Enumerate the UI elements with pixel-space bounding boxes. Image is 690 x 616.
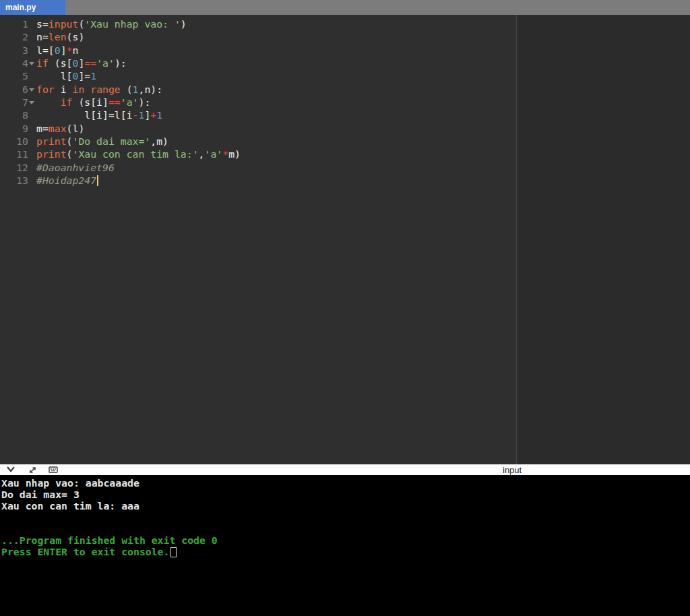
text-cursor: [97, 175, 98, 186]
line-number[interactable]: 4: [0, 57, 36, 69]
code-line[interactable]: 10print('Do dai max=',m): [0, 135, 690, 148]
code-line[interactable]: 11print('Xau con can tim la:','a'*m): [0, 148, 690, 160]
line-number[interactable]: 9: [0, 122, 36, 135]
code-line[interactable]: 1s=input('Xau nhap vao: '): [0, 18, 690, 30]
fold-icon[interactable]: [29, 88, 34, 92]
chevron-down-icon[interactable]: [6, 466, 15, 473]
console-line: Press ENTER to exit console.: [1, 546, 690, 557]
code-editor[interactable]: 1s=input('Xau nhap vao: ')2n=len(s)3l=[0…: [0, 15, 690, 464]
code-line[interactable]: 3l=[0]*n: [0, 44, 690, 57]
code-text: l[i]=l[i-1]+1: [36, 109, 162, 121]
console-line: [1, 512, 690, 523]
console-line: ...Program finished with exit code 0: [1, 534, 690, 546]
console-line: Xau nhap vao: aabcaaade: [1, 477, 690, 489]
code-line[interactable]: 12#Daoanhviet96: [0, 161, 690, 174]
code-text: if (s[i]=='a'):: [36, 96, 150, 109]
code-line[interactable]: 13#Hoidap247: [0, 174, 690, 187]
line-number[interactable]: 1: [0, 18, 36, 30]
console-input-label: input: [503, 465, 522, 475]
line-number[interactable]: 12: [0, 161, 36, 174]
code-text: l[0]=1: [36, 69, 96, 82]
code-text: l=[0]*n: [36, 44, 78, 57]
console-output[interactable]: Xau nhap vao: aabcaaadeDo dai max= 3Xau …: [0, 475, 690, 616]
code-text: s=input('Xau nhap vao: '): [36, 18, 187, 30]
line-number[interactable]: 2: [0, 30, 36, 43]
expand-icon[interactable]: [28, 466, 37, 474]
code-text: #Daoanhviet96: [36, 161, 115, 174]
ide-window: main.py 1s=input('Xau nhap vao: ')2n=len…: [0, 0, 690, 616]
line-number[interactable]: 11: [0, 148, 36, 160]
code-line[interactable]: 6for i in range (1,n):: [0, 83, 690, 96]
line-number[interactable]: 13: [0, 174, 36, 187]
code-text: n=len(s): [36, 30, 84, 43]
code-text: for i in range (1,n):: [36, 83, 162, 96]
code-text: print('Xau con can tim la:','a'*m): [36, 148, 241, 160]
line-number[interactable]: 6: [0, 83, 36, 96]
tab-bar: main.py: [0, 0, 690, 15]
code-line[interactable]: 9m=max(l): [0, 122, 690, 135]
code-line[interactable]: 7 if (s[i]=='a'):: [0, 96, 690, 109]
tab-label: main.py: [5, 3, 36, 12]
code-text: #Hoidap247: [36, 174, 98, 187]
code-line[interactable]: 8 l[i]=l[i-1]+1: [0, 109, 690, 121]
code-line[interactable]: 4if (s[0]=='a'):: [0, 57, 690, 69]
code-text: print('Do dai max=',m): [36, 135, 168, 148]
code-text: if (s[0]=='a'):: [36, 57, 127, 69]
line-number[interactable]: 5: [0, 69, 36, 82]
tab-main-py[interactable]: main.py: [0, 0, 65, 15]
code-text: m=max(l): [36, 122, 84, 135]
code-line[interactable]: 2n=len(s): [0, 30, 690, 43]
console-line: Xau con can tim la: aaa: [1, 500, 690, 512]
console-cursor: [170, 547, 177, 557]
console-line: Do dai max= 3: [1, 489, 690, 500]
console-line: [1, 523, 690, 534]
fold-icon[interactable]: [29, 62, 34, 65]
line-number[interactable]: 10: [0, 135, 36, 148]
code-line[interactable]: 5 l[0]=1: [0, 69, 690, 82]
line-number[interactable]: 8: [0, 109, 36, 121]
line-number[interactable]: 7: [0, 96, 36, 109]
fold-icon[interactable]: [29, 101, 34, 104]
line-number[interactable]: 3: [0, 44, 36, 57]
editor-lines: 1s=input('Xau nhap vao: ')2n=len(s)3l=[0…: [0, 15, 690, 187]
console-toolbar: input: [0, 464, 690, 475]
keyboard-icon[interactable]: [49, 466, 58, 474]
